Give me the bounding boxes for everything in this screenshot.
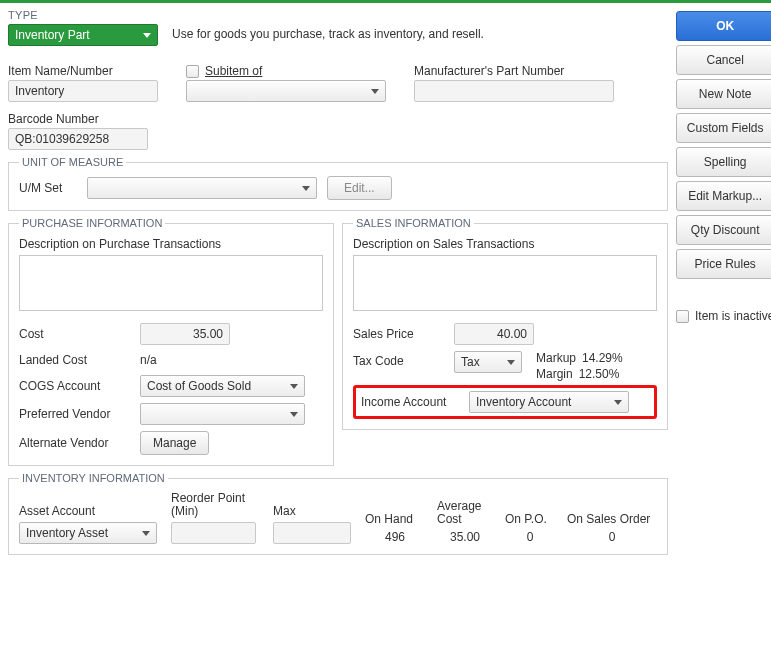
inactive-label: Item is inactive <box>695 309 771 323</box>
new-note-button[interactable]: New Note <box>676 79 771 109</box>
sales-legend: SALES INFORMATION <box>353 217 474 229</box>
margin-value: 12.50% <box>579 367 620 381</box>
sales-fieldset: SALES INFORMATION Description on Sales T… <box>342 217 668 430</box>
type-section-label: TYPE <box>8 7 668 24</box>
item-name-input[interactable]: Inventory <box>8 80 158 102</box>
reorder-input[interactable] <box>171 522 256 544</box>
type-hint: Use for goods you purchase, track as inv… <box>172 24 668 41</box>
cost-label: Cost <box>19 327 134 341</box>
markup-value: 14.29% <box>582 351 623 365</box>
sales-price-label: Sales Price <box>353 327 448 341</box>
edit-markup-button[interactable]: Edit Markup... <box>676 181 771 211</box>
cost-input[interactable]: 35.00 <box>140 323 230 345</box>
inventory-legend: INVENTORY INFORMATION <box>19 472 168 484</box>
uom-fieldset: UNIT OF MEASURE U/M Set Edit... <box>8 156 668 211</box>
on-po-label: On P.O. <box>505 512 555 526</box>
subitem-checkbox[interactable] <box>186 65 199 78</box>
on-po-value: 0 <box>505 530 555 544</box>
income-account-label: Income Account <box>361 395 463 409</box>
purchase-fieldset: PURCHASE INFORMATION Description on Purc… <box>8 217 334 466</box>
spelling-button[interactable]: Spelling <box>676 147 771 177</box>
sales-desc-textarea[interactable] <box>353 255 657 311</box>
um-edit-button[interactable]: Edit... <box>327 176 392 200</box>
alt-vendor-label: Alternate Vendor <box>19 436 134 450</box>
um-set-select[interactable] <box>87 177 317 199</box>
on-so-label: On Sales Order <box>567 512 657 526</box>
markup-label: Markup <box>536 351 576 365</box>
income-account-select[interactable]: Inventory Account <box>469 391 629 413</box>
landed-cost-label: Landed Cost <box>19 353 134 367</box>
cogs-label: COGS Account <box>19 379 134 393</box>
inventory-fieldset: INVENTORY INFORMATION Asset Account Inve… <box>8 472 668 555</box>
max-input[interactable] <box>273 522 351 544</box>
subitem-label: Subitem of <box>205 64 262 78</box>
tax-code-label: Tax Code <box>353 351 448 368</box>
subitem-select[interactable] <box>186 80 386 102</box>
ok-button[interactable]: OK <box>676 11 771 41</box>
on-hand-value: 496 <box>365 530 425 544</box>
qty-discount-button[interactable]: Qty Discount <box>676 215 771 245</box>
landed-cost-value: n/a <box>140 353 157 367</box>
barcode-label: Barcode Number <box>8 112 668 126</box>
on-hand-label: On Hand <box>365 512 425 526</box>
sales-price-input[interactable]: 40.00 <box>454 323 534 345</box>
purchase-desc-textarea[interactable] <box>19 255 323 311</box>
cancel-button[interactable]: Cancel <box>676 45 771 75</box>
custom-fields-button[interactable]: Custom Fields <box>676 113 771 143</box>
inactive-checkbox[interactable] <box>676 310 689 323</box>
purchase-desc-label: Description on Purchase Transactions <box>19 237 221 251</box>
pref-vendor-select[interactable] <box>140 403 305 425</box>
asset-account-label: Asset Account <box>19 504 159 518</box>
uom-legend: UNIT OF MEASURE <box>19 156 126 168</box>
avg-cost-label: Average Cost <box>437 500 493 526</box>
tax-code-select[interactable]: Tax <box>454 351 522 373</box>
barcode-input[interactable]: QB:01039629258 <box>8 128 148 150</box>
pref-vendor-label: Preferred Vendor <box>19 407 134 421</box>
max-label: Max <box>273 504 353 518</box>
item-name-label: Item Name/Number <box>8 64 168 78</box>
avg-cost-value: 35.00 <box>437 530 493 544</box>
purchase-legend: PURCHASE INFORMATION <box>19 217 165 229</box>
asset-account-select[interactable]: Inventory Asset <box>19 522 157 544</box>
um-set-label: U/M Set <box>19 181 77 195</box>
margin-label: Margin <box>536 367 573 381</box>
cogs-select[interactable]: Cost of Goods Sold <box>140 375 305 397</box>
manage-button[interactable]: Manage <box>140 431 209 455</box>
price-rules-button[interactable]: Price Rules <box>676 249 771 279</box>
on-so-value: 0 <box>567 530 657 544</box>
income-account-highlight: Income Account Inventory Account <box>353 385 657 419</box>
sales-desc-label: Description on Sales Transactions <box>353 237 534 251</box>
type-value: Inventory Part <box>15 28 90 42</box>
type-select[interactable]: Inventory Part <box>8 24 158 46</box>
mfr-part-input[interactable] <box>414 80 614 102</box>
reorder-label: Reorder Point (Min) <box>171 492 261 518</box>
mfr-part-label: Manufacturer's Part Number <box>414 64 668 78</box>
